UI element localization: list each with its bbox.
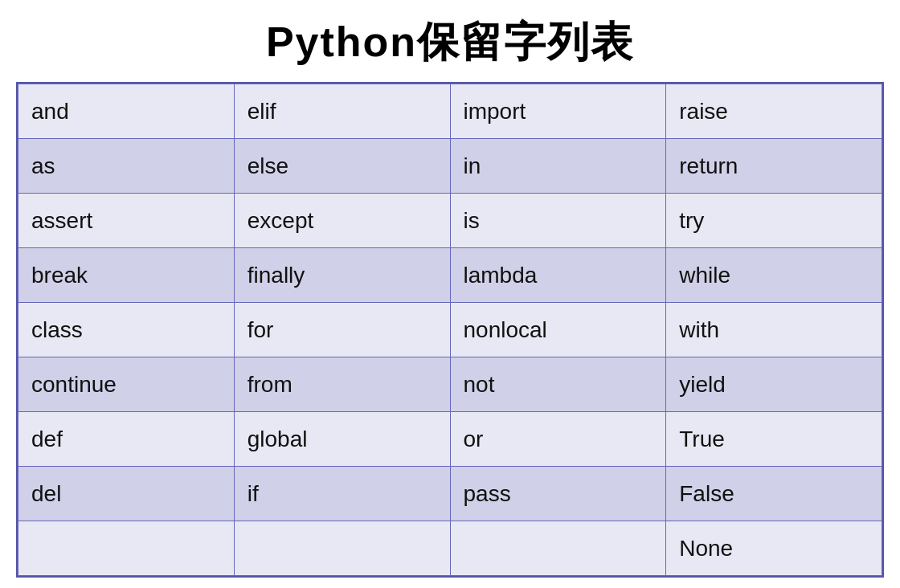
table-row: breakfinallylambdawhile xyxy=(18,248,882,303)
page-title: Python保留字列表 xyxy=(266,0,634,82)
table-cell xyxy=(234,521,450,576)
table-cell: if xyxy=(234,467,450,521)
table-row: None xyxy=(18,521,882,576)
table-cell: for xyxy=(234,303,450,357)
table-cell: elif xyxy=(234,84,450,139)
table-cell: try xyxy=(666,194,882,248)
table-cell xyxy=(18,521,235,576)
table-row: delifpassFalse xyxy=(18,467,882,521)
table-cell: while xyxy=(666,248,882,303)
table-cell: continue xyxy=(18,357,235,412)
table-cell: from xyxy=(234,357,450,412)
table-cell: class xyxy=(18,303,235,357)
keywords-table-wrapper: andelifimportraiseaselseinreturnassertex… xyxy=(16,82,884,578)
table-cell: raise xyxy=(666,84,882,139)
table-cell: else xyxy=(234,139,450,194)
table-cell: or xyxy=(450,412,666,467)
table-cell: import xyxy=(450,84,666,139)
keywords-table: andelifimportraiseaselseinreturnassertex… xyxy=(18,84,882,576)
table-cell xyxy=(450,521,666,576)
table-cell: False xyxy=(666,467,882,521)
table-cell: def xyxy=(18,412,235,467)
table-row: continuefromnotyield xyxy=(18,357,882,412)
table-cell: pass xyxy=(450,467,666,521)
table-row: classfornonlocalwith xyxy=(18,303,882,357)
table-cell: is xyxy=(450,194,666,248)
table-cell: nonlocal xyxy=(450,303,666,357)
table-cell: not xyxy=(450,357,666,412)
table-cell: del xyxy=(18,467,235,521)
table-cell: in xyxy=(450,139,666,194)
table-cell: yield xyxy=(666,357,882,412)
table-cell: None xyxy=(666,521,882,576)
table-cell: except xyxy=(234,194,450,248)
table-cell: assert xyxy=(18,194,235,248)
table-row: assertexceptistry xyxy=(18,194,882,248)
table-cell: global xyxy=(234,412,450,467)
table-cell: finally xyxy=(234,248,450,303)
table-cell: and xyxy=(18,84,235,139)
table-cell: with xyxy=(666,303,882,357)
table-cell: lambda xyxy=(450,248,666,303)
table-cell: True xyxy=(666,412,882,467)
table-cell: break xyxy=(18,248,235,303)
table-row: aselseinreturn xyxy=(18,139,882,194)
table-cell: as xyxy=(18,139,235,194)
table-row: andelifimportraise xyxy=(18,84,882,139)
table-cell: return xyxy=(666,139,882,194)
table-row: defglobalorTrue xyxy=(18,412,882,467)
